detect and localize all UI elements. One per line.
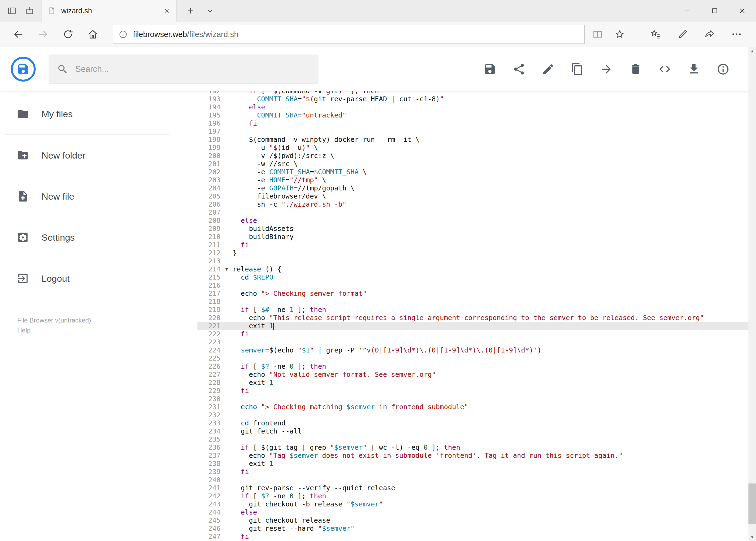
code-line[interactable]: 196 fi <box>197 119 748 128</box>
share-file-icon[interactable] <box>513 63 526 76</box>
code-line[interactable]: 199 -u "$(id -u)" \ <box>197 144 748 152</box>
code-line[interactable]: 200 -v /$(pwd):/src:z \ <box>197 152 748 160</box>
tab-close-icon[interactable] <box>163 7 170 14</box>
filebrowser-logo-icon[interactable] <box>11 57 36 82</box>
code-line[interactable]: 236 if [ $(git tag | grep "$semver" | wc… <box>197 443 748 452</box>
tab-list-chevron-icon[interactable] <box>206 6 214 15</box>
help-link[interactable]: Help <box>17 325 174 335</box>
code-editor[interactable]: 192 if [ "$(command -v git)" ]; then193 … <box>174 91 748 541</box>
code-line[interactable]: 195 COMMIT_SHA="untracked" <box>197 111 748 119</box>
address-bar[interactable]: filebrowser.web/files/wizard.sh <box>113 25 585 44</box>
raw-code-icon[interactable] <box>658 63 671 76</box>
code-line[interactable]: 230 <box>197 395 748 403</box>
code-line[interactable]: 211 fi <box>197 241 748 249</box>
code-line[interactable]: 231 echo "> Checking matching $semver in… <box>197 403 748 411</box>
download-icon[interactable] <box>687 63 700 76</box>
code-line[interactable]: 207 <box>197 209 748 217</box>
code-line[interactable]: 237 echo "Tag $semver does not exist in … <box>197 452 748 460</box>
code-line[interactable]: 208 else <box>197 217 748 225</box>
forward-icon[interactable] <box>31 22 56 47</box>
code-line[interactable]: 213 <box>197 257 748 265</box>
code-line[interactable]: 245 git checkout release <box>197 516 748 525</box>
code-line[interactable]: 225 <box>197 354 748 362</box>
code-line[interactable]: 232 <box>197 411 748 419</box>
info-icon[interactable] <box>717 63 730 76</box>
delete-trash-icon[interactable] <box>629 63 642 76</box>
hub-favorites-icon[interactable] <box>642 22 669 47</box>
code-line[interactable]: 204 -e GOPATH=//tmp/gopath \ <box>197 184 748 192</box>
code-line[interactable]: 227 echo "Not valid semver format. See s… <box>197 370 748 379</box>
sidebar-item-settings[interactable]: Settings <box>0 217 174 258</box>
code-line[interactable]: 197 <box>197 128 748 136</box>
scroll-up-icon[interactable]: ▲ <box>748 47 756 55</box>
code-line[interactable]: 222 fi <box>197 330 748 338</box>
minimize-button[interactable] <box>673 0 701 22</box>
home-icon[interactable] <box>81 22 105 47</box>
scrollbar[interactable]: ▲ ▼ <box>748 47 756 541</box>
code-line[interactable]: 228 exit 1 <box>197 379 748 387</box>
sidebar-item-new-folder[interactable]: New folder <box>0 135 174 176</box>
code-line[interactable]: 210 buildBinary <box>197 233 748 241</box>
code-line[interactable]: 205 filebrowser/dev \ <box>197 192 748 201</box>
code-line[interactable]: 217 echo "> Checking semver format" <box>197 289 748 297</box>
rename-pencil-icon[interactable] <box>542 63 555 76</box>
code-line[interactable]: 194 else <box>197 103 748 111</box>
browser-tab[interactable]: wizard.sh <box>42 0 176 22</box>
code-line[interactable]: 201 -w //src \ <box>197 160 748 168</box>
code-line[interactable]: 226 if [ $? -ne 0 ]; then <box>197 362 748 370</box>
sidebar-item-logout[interactable]: Logout <box>0 258 174 299</box>
scroll-down-icon[interactable]: ▼ <box>748 533 756 541</box>
code-line[interactable]: 193 COMMIT_SHA="$(git rev-parse HEAD | c… <box>197 95 748 103</box>
code-line[interactable]: 224 semver=$(echo "$1" | grep -P '^v(0|[… <box>197 346 748 354</box>
fold-arrow-icon[interactable]: ▼ <box>220 265 233 273</box>
code-line[interactable]: 203 -e HOME="//tmp" \ <box>197 176 748 184</box>
code-line[interactable]: 241 git rev-parse --verify --quiet relea… <box>197 484 748 492</box>
refresh-icon[interactable] <box>56 22 81 47</box>
code-line[interactable]: 246 git reset --hard "$semver" <box>197 525 748 533</box>
code-line[interactable]: 206 sh -c "./wizard.sh -b" <box>197 201 748 209</box>
maximize-button[interactable] <box>701 0 728 22</box>
code-line[interactable]: 247 fi <box>197 533 748 541</box>
copy-icon[interactable] <box>571 63 584 76</box>
new-tab-button[interactable] <box>186 6 195 15</box>
move-arrow-icon[interactable] <box>600 63 613 76</box>
code-line[interactable]: 240 <box>197 476 748 484</box>
web-note-pen-icon[interactable] <box>669 22 696 47</box>
code-line[interactable]: 219 if [ $# -ne 1 ]; then <box>197 306 748 314</box>
code-line[interactable]: 209 buildAssets <box>197 225 748 233</box>
back-icon[interactable] <box>6 22 31 47</box>
code-line[interactable]: 220 echo "This release script requires a… <box>197 314 748 322</box>
more-ellipsis-icon[interactable] <box>723 22 750 47</box>
code-line[interactable]: 198 $(command -v winpty) docker run --rm… <box>197 136 748 144</box>
code-line[interactable]: 223 <box>197 338 748 346</box>
code-line[interactable]: 215 cd $REPO <box>197 273 748 281</box>
save-icon[interactable] <box>483 63 496 76</box>
tabs-preview-icon[interactable] <box>7 6 17 16</box>
code-line[interactable]: 243 git checkout -b release "$semver" <box>197 500 748 508</box>
code-line[interactable]: 218 <box>197 297 748 306</box>
favorite-star-icon[interactable] <box>611 22 629 47</box>
reading-view-icon[interactable] <box>589 22 606 47</box>
scroll-thumb[interactable] <box>748 483 756 524</box>
sidebar-item-new-file[interactable]: New file <box>0 176 174 217</box>
code-line[interactable]: 212} <box>197 249 748 257</box>
search-input[interactable]: Search... <box>49 55 319 84</box>
page-info-icon[interactable] <box>119 30 127 39</box>
close-button[interactable] <box>728 0 756 22</box>
code-line[interactable]: 214▼release () { <box>197 265 748 273</box>
code-line[interactable]: 238 exit 1 <box>197 460 748 468</box>
code-line[interactable]: 192 if [ "$(command -v git)" ]; then <box>197 91 748 95</box>
code-line[interactable]: 239 fi <box>197 468 748 476</box>
code-line[interactable]: 244 else <box>197 508 748 516</box>
code-line[interactable]: 202 -e COMMIT_SHA=$COMMIT_SHA \ <box>197 168 748 176</box>
code-line[interactable]: 235 <box>197 435 748 443</box>
code-line[interactable]: 216 <box>197 281 748 289</box>
code-line[interactable]: 233 cd frontend <box>197 419 748 427</box>
code-line[interactable]: 234 git fetch --all <box>197 427 748 435</box>
code-line[interactable]: 242 if [ $? -ne 0 ]; then <box>197 492 748 500</box>
code-line[interactable]: 221 exit 1 <box>197 322 748 330</box>
share-icon[interactable] <box>696 22 723 47</box>
sidebar-item-my-files[interactable]: My files <box>0 94 174 135</box>
code-line[interactable]: 229 fi <box>197 387 748 395</box>
set-tabs-aside-icon[interactable] <box>25 6 35 16</box>
